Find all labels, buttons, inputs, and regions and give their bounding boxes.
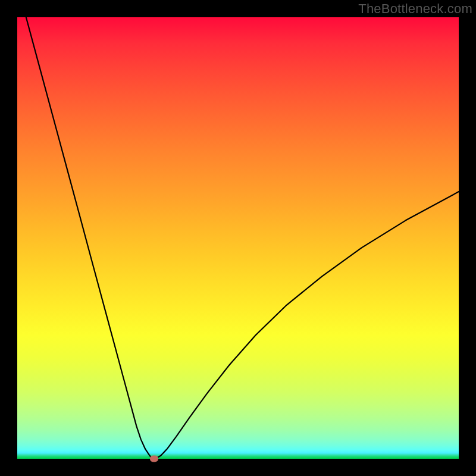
bottleneck-curve [17, 17, 459, 459]
watermark-text: TheBottleneck.com [358, 1, 472, 17]
minimum-marker [150, 456, 158, 462]
chart-frame: TheBottleneck.com [0, 0, 476, 476]
plot-area [17, 17, 459, 459]
